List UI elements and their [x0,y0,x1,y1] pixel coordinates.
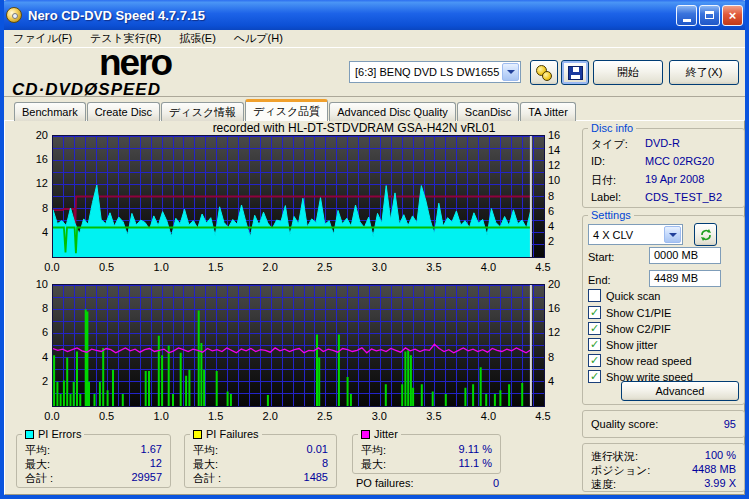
axis-tick-label: 2.5 [314,410,336,423]
stat-value: 8 [322,457,328,470]
checkbox-quick-scan[interactable]: Quick scan [588,289,660,302]
disc-date-label: 日付: [591,174,616,186]
axis-tick-label: 2.0 [259,261,281,274]
title-bar[interactable]: Nero CD-DVD Speed 4.7.7.15 × [0,0,749,30]
menu-file[interactable]: ファイル(F) [4,30,81,47]
axis-tick-label: 0.5 [96,261,118,274]
tab-disc-info[interactable]: ディスク情報 [161,102,244,121]
minimize-button[interactable] [676,5,697,26]
checkbox-show-c1-pie[interactable]: ✓Show C1/PIE [588,306,671,319]
speed-select-value: 4 X CLV [589,229,664,241]
checkbox-show-c2-pif[interactable]: ✓Show C2/PIF [588,322,671,335]
axis-tick-label: 3.5 [423,410,445,423]
axis-tick-label: 4 [16,226,48,239]
tab-advanced-disc-quality[interactable]: Advanced Disc Quality [329,102,456,121]
stat-value: 0.01 [307,443,328,456]
stat-value: 1.67 [141,443,162,456]
stat-value: 29957 [131,471,162,484]
checkbox-label: Show read speed [606,355,692,367]
drive-select-value: [6:3] BENQ DVD LS DW1655 BCIB [350,66,502,78]
stat-label: 合計 : [193,471,221,484]
advanced-button[interactable]: Advanced [621,381,739,401]
axis-tick-label: 2 [16,375,48,388]
stat-label: 平均: [193,443,218,456]
options-button[interactable] [530,60,558,85]
axis-tick-label: 20 [548,278,574,291]
maximize-button[interactable] [699,5,720,26]
disc-label-value: CDS_TEST_B2 [645,191,722,203]
pi-failures-legend-label: PI Failures [206,428,259,441]
axis-tick-label: 10 [16,278,48,291]
disc-type-label: タイプ: [591,138,628,150]
pi-failures-chart [52,284,545,407]
stat-value: 1485 [304,471,328,484]
chevron-down-icon[interactable] [502,63,519,81]
exit-button[interactable]: 終了(X) [669,60,739,85]
tab-benchmark[interactable]: Benchmark [14,102,86,121]
checkbox-icon: ✓ [588,306,601,319]
pi-failures-stats-box: PI Failures 平均:0.01 最大:8 合計 :1485 [184,434,337,488]
checkbox-label: Show C2/PIF [606,323,671,335]
menu-extra[interactable]: 拡張(E) [170,30,225,47]
close-button[interactable]: × [722,5,743,26]
axis-tick-label: 20 [16,129,48,142]
speed-value: 3.99 X [704,477,736,490]
po-failures-value: 0 [493,477,499,490]
axis-tick-label: 3.5 [423,261,445,274]
stat-label: 最大: [193,457,218,470]
save-icon [568,66,583,80]
app-disc-icon [6,7,22,23]
start-input[interactable]: 0000 MB [649,247,721,264]
progress-value: 100 % [705,449,736,462]
stat-value: 11.1 % [459,457,492,470]
checkbox-label: Show C1/PIE [606,307,671,319]
quality-score-value: 95 [724,418,736,431]
disc-date-value: 19 Apr 2008 [645,173,704,185]
stat-label: 最大: [25,457,50,470]
stat-label: 平均: [361,443,386,456]
chevron-down-icon[interactable] [664,226,681,243]
tab-disc-quality[interactable]: ディスク品質 [245,99,328,121]
disc-label-label: Label: [591,191,621,203]
speed-label: 速度: [591,477,616,490]
axis-tick-label: 4.5 [532,410,554,423]
checkbox-label: Quick scan [606,290,660,302]
axis-tick-label: 2 [548,235,574,248]
refresh-button[interactable] [694,223,717,246]
axis-tick-label: 6 [16,326,48,339]
axis-tick-label: 1.5 [205,261,227,274]
checkbox-show-read-speed[interactable]: ✓Show read speed [588,354,692,367]
axis-tick-label: 16 [548,302,574,315]
menu-help[interactable]: ヘルプ(H) [225,30,292,47]
speed-select[interactable]: 4 X CLV [588,224,683,245]
position-label: ポジション: [591,463,650,476]
tab-scandisc[interactable]: ScanDisc [457,102,519,121]
axis-tick-label: 0.5 [96,410,118,423]
end-input[interactable]: 4489 MB [649,270,721,287]
disc-id-value: MCC 02RG20 [645,155,714,167]
save-button[interactable] [561,60,589,85]
checkbox-show-jitter[interactable]: ✓Show jitter [588,338,657,351]
tab-bar: Benchmark Create Disc ディスク情報 ディスク品質 Adva… [14,99,577,121]
minimize-icon [683,19,691,22]
drive-select[interactable]: [6:3] BENQ DVD LS DW1655 BCIB [349,61,521,83]
axis-tick-label: 4.0 [477,261,499,274]
start-button[interactable]: 開始 [593,60,663,85]
window-title: Nero CD-DVD Speed 4.7.7.15 [28,8,674,23]
tab-ta-jitter[interactable]: TA Jitter [520,102,576,121]
jitter-stats-box: Jitter 平均:9.11 % 最大:11.1 % [352,434,501,474]
cd-dvd-speed-logo: CD·DVDØSPEED [12,80,161,100]
start-label: Start: [588,251,614,263]
axis-tick-label: 12 [548,159,574,172]
app-window: Nero CD-DVD Speed 4.7.7.15 × ファイル(F) テスト… [0,0,749,499]
stat-label: 合計 : [25,471,53,484]
axis-tick-label: 12 [16,177,48,190]
tab-create-disc[interactable]: Create Disc [87,102,160,121]
stat-value: 9.11 % [459,443,492,456]
quality-score-box: Quality score:95 [582,410,745,438]
end-label: End: [588,274,611,286]
quality-score-label: Quality score: [591,418,658,431]
gears-icon [535,65,553,81]
stat-label: 平均: [25,443,50,456]
checkbox-icon: ✓ [588,354,601,367]
